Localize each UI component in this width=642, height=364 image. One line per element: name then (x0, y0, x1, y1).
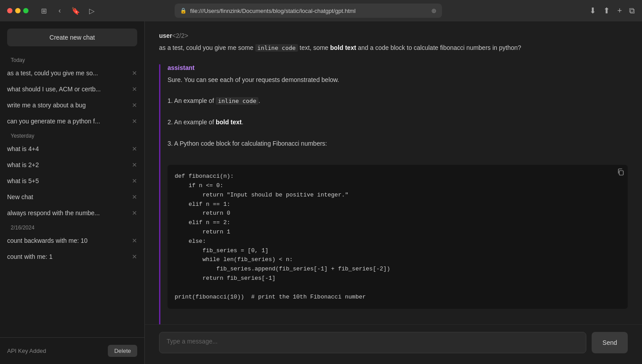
browser-bar: ⊞ ‹ 🔖 ▷ 🔒 file:///Users/finnzink/Documen… (0, 0, 642, 21)
close-chat-icon[interactable]: ✕ (132, 177, 137, 184)
new-tab-icon[interactable]: + (617, 6, 622, 16)
app-body: Create new chat Today as a test, could y… (0, 21, 642, 364)
chat-item-label: what should I use, ACM or certb... (7, 86, 128, 93)
share-icon[interactable]: ⬆ (603, 6, 610, 16)
close-chat-icon[interactable]: ✕ (132, 145, 137, 152)
chat-item-label: what is 4+4 (7, 145, 128, 152)
back-icon[interactable]: ‹ (53, 4, 66, 17)
section-label-yesterday: Yesterday (4, 129, 141, 141)
assistant-message-with-bar: assistant Sure. You can see each of your… (159, 64, 628, 324)
assistant-message-block: assistant Sure. You can see each of your… (159, 64, 628, 324)
chat-area: user<2/2> as a test, could you give me s… (145, 21, 642, 364)
chat-item-label: as a test, could you give me so... (7, 70, 128, 77)
sidebar-toggle-icon[interactable]: ⊞ (37, 4, 50, 17)
assistant-item-1: 1. An example of inline code. (168, 96, 628, 106)
close-chat-icon[interactable]: ✕ (132, 237, 137, 244)
close-chat-icon[interactable]: ✕ (132, 193, 137, 200)
message-input[interactable] (159, 332, 586, 353)
send-button[interactable]: Send (592, 332, 628, 353)
browser-actions: ⬇ ⬆ + ⧉ (589, 6, 635, 16)
list-item[interactable]: can you generate me a python f... ✕ (4, 113, 141, 129)
list-item[interactable]: write me a story about a bug ✕ (4, 97, 141, 113)
download-icon[interactable]: ⬇ (589, 6, 596, 16)
address-bar[interactable]: 🔒 file:///Users/finnzink/Documents/blog/… (175, 4, 442, 18)
delete-button[interactable]: Delete (108, 345, 137, 357)
chat-item-label: count backwards with me: 10 (7, 237, 128, 244)
assistant-message-content: Sure. You can see each of your requests … (168, 75, 628, 324)
assistant-message-body: assistant Sure. You can see each of your… (160, 64, 628, 324)
url-text: file:///Users/finnzink/Documents/blog/st… (190, 8, 356, 14)
messages-container: user<2/2> as a test, could you give me s… (145, 21, 642, 324)
list-item[interactable]: what is 4+4 ✕ (4, 141, 141, 157)
list-item[interactable]: count backwards with me: 10 ✕ (4, 233, 141, 249)
close-chat-icon[interactable]: ✕ (132, 209, 137, 217)
chat-list: Today as a test, could you give me so...… (0, 53, 144, 337)
list-item[interactable]: New chat ✕ (4, 189, 141, 205)
close-chat-icon[interactable]: ✕ (132, 253, 137, 260)
minimize-window-btn[interactable] (15, 8, 20, 13)
chat-item-label: what is 2+2 (7, 161, 128, 168)
bold-text-example: bold text (216, 119, 241, 126)
close-chat-icon[interactable]: ✕ (132, 161, 137, 168)
code-block: def fibonacci(n): if n <= 0: return "Inp… (168, 165, 628, 309)
maximize-window-btn[interactable] (23, 8, 29, 13)
input-area: Send (145, 324, 642, 364)
tabs-icon[interactable]: ⧉ (629, 6, 635, 16)
copy-code-button[interactable] (617, 168, 624, 177)
svg-rect-0 (619, 171, 623, 175)
assistant-item-3: 3. A Python code block for calculating F… (168, 139, 628, 149)
assistant-intro: Sure. You can see each of your requests … (168, 75, 628, 86)
chat-item-label: what is 5+5 (7, 177, 128, 184)
sidebar-footer: API Key Added Delete (0, 337, 144, 364)
list-item[interactable]: what should I use, ACM or certb... ✕ (4, 81, 141, 97)
list-item[interactable]: always respond with the numbe... ✕ (4, 205, 141, 221)
chat-item-label: always respond with the numbe... (7, 209, 128, 217)
role-label-user: user (159, 32, 172, 39)
chat-item-label: can you generate me a python f... (7, 118, 128, 125)
bold-text-1: bold text (330, 44, 356, 51)
assistant-item-2: 2. An example of bold text. (168, 117, 628, 128)
chat-item-label: count with me: 1 (7, 253, 128, 260)
list-item[interactable]: what is 5+5 ✕ (4, 173, 141, 189)
create-chat-button[interactable]: Create new chat (7, 29, 137, 46)
chat-item-label: New chat (7, 193, 128, 200)
close-window-btn[interactable] (7, 8, 12, 13)
close-chat-icon[interactable]: ✕ (132, 102, 137, 109)
bookmark-icon[interactable]: 🔖 (70, 4, 82, 17)
code-block-wrapper: def fibonacci(n): if n <= 0: return "Inp… (168, 165, 628, 309)
list-item[interactable]: what is 2+2 ✕ (4, 157, 141, 173)
message-role-assistant: assistant (168, 64, 628, 71)
lock-icon: 🔒 (180, 8, 187, 14)
message-role-user: user<2/2> (159, 32, 628, 39)
list-item[interactable]: count with me: 1 ✕ (4, 249, 141, 265)
close-chat-icon[interactable]: ✕ (132, 86, 137, 93)
list-item[interactable]: as a test, could you give me so... ✕ (4, 65, 141, 81)
message-counter: <2/2> (172, 32, 188, 39)
inline-code-example: inline code (216, 97, 258, 105)
api-key-status: API Key Added (7, 348, 46, 354)
sidebar: Create new chat Today as a test, could y… (0, 21, 145, 364)
user-message-block: user<2/2> as a test, could you give me s… (159, 32, 628, 53)
chat-item-label: write me a story about a bug (7, 102, 128, 109)
close-chat-icon[interactable]: ✕ (132, 118, 137, 125)
close-chat-icon[interactable]: ✕ (132, 70, 137, 77)
user-message-content: as a test, could you give me some inline… (159, 43, 628, 53)
traffic-lights (7, 8, 29, 13)
section-label-date: 2/16/2024 (4, 221, 141, 233)
role-label-assistant: assistant (168, 64, 195, 71)
browser-nav: ⊞ ‹ 🔖 ▷ (37, 4, 98, 17)
reload-icon[interactable]: ⊕ (431, 7, 437, 14)
section-label-today: Today (4, 53, 141, 65)
play-icon[interactable]: ▷ (86, 4, 98, 17)
inline-code-1: inline code (255, 44, 298, 52)
sidebar-header: Create new chat (0, 21, 144, 53)
